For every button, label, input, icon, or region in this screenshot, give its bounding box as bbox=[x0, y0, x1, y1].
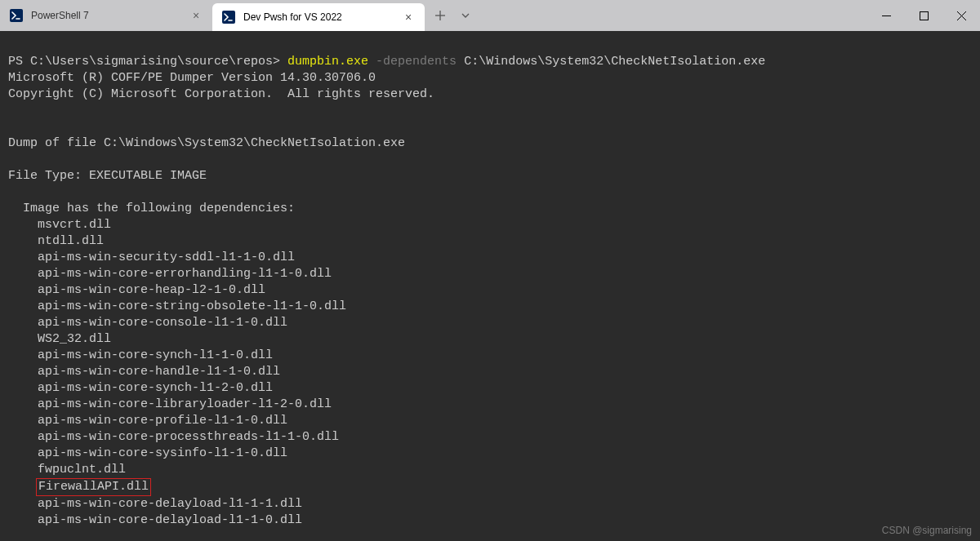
dep-indent bbox=[8, 480, 38, 494]
tab-dev-pwsh[interactable]: Dev Pwsh for VS 2022 × bbox=[212, 3, 425, 31]
close-icon[interactable]: × bbox=[402, 11, 415, 24]
command-flag: -dependents bbox=[376, 55, 464, 69]
output-header-block: Microsoft (R) COFF/PE Dumper Version 14.… bbox=[8, 70, 972, 217]
command-arg: C:\Windows\System32\CheckNetIsolation.ex… bbox=[464, 55, 765, 69]
powershell-icon bbox=[10, 9, 23, 22]
highlighted-dll: FirewallAPI.dll bbox=[36, 478, 151, 496]
close-icon[interactable]: × bbox=[189, 9, 203, 22]
minimize-button[interactable] bbox=[867, 0, 905, 31]
prompt-text: PS C:\Users\sigmarising\source\repos> bbox=[8, 55, 287, 69]
dependencies-after-block: api-ms-win-core-delayload-l1-1-1.dll api… bbox=[8, 496, 972, 529]
tab-title: Dev Pwsh for VS 2022 bbox=[243, 11, 394, 23]
watermark: CSDN @sigmarising bbox=[882, 525, 972, 536]
titlebar: PowerShell 7 × Dev Pwsh for VS 2022 × bbox=[0, 0, 980, 31]
tab-actions bbox=[425, 0, 480, 31]
command-exe: dumpbin.exe bbox=[287, 55, 376, 69]
svg-rect-7 bbox=[920, 11, 928, 20]
tab-dropdown-icon[interactable] bbox=[461, 11, 470, 20]
tab-powershell7[interactable]: PowerShell 7 × bbox=[0, 0, 212, 31]
powershell-icon bbox=[222, 11, 235, 24]
terminal-output[interactable]: PS C:\Users\sigmarising\source\repos> du… bbox=[0, 31, 980, 541]
new-tab-button[interactable] bbox=[434, 10, 446, 21]
close-button[interactable] bbox=[942, 0, 980, 31]
dependencies-block: msvcrt.dll ntdll.dll api-ms-win-security… bbox=[8, 217, 972, 478]
tab-title: PowerShell 7 bbox=[31, 10, 181, 21]
maximize-button[interactable] bbox=[905, 0, 942, 31]
window-controls bbox=[867, 0, 980, 31]
